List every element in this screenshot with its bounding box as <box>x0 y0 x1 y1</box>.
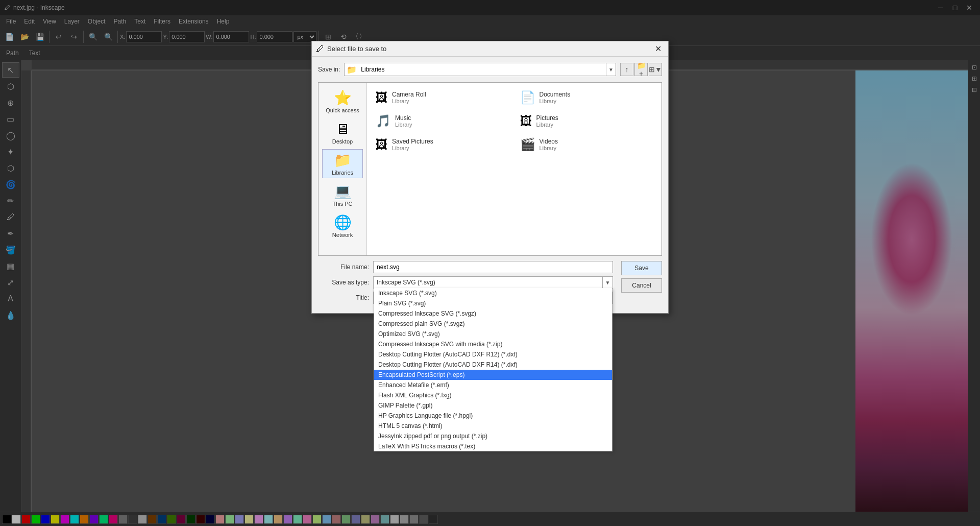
desktop-label: Desktop <box>332 138 353 145</box>
pictures-name: Pictures <box>536 114 558 122</box>
file-panel: 🖼 Camera Roll Library 📄 Documents <box>367 83 662 255</box>
camera-roll-name: Camera Roll <box>392 91 426 98</box>
dropdown-item-13[interactable]: HTML 5 canvas (*.html) <box>374 421 612 431</box>
videos-info: Videos Library <box>540 138 558 151</box>
videos-icon: 🎬 <box>520 137 535 152</box>
desktop-icon: 🖥 <box>335 121 350 137</box>
nav-libraries[interactable]: 📁 Libraries <box>322 149 363 178</box>
dialog-close-button[interactable]: ✕ <box>652 43 664 55</box>
dropdown-item-15[interactable]: LaTeX With PSTricks macros (*.tex) <box>374 441 612 451</box>
dropdown-item-0[interactable]: Inkscape SVG (*.svg) <box>374 288 612 298</box>
network-icon: 🌐 <box>334 214 352 231</box>
dropdown-item-14[interactable]: JessyInk zipped pdf or png output (*.zip… <box>374 431 612 441</box>
dropdown-item-5[interactable]: Compressed Inkscape SVG with media (*.zi… <box>374 339 612 349</box>
save-dialog: 🖊 Select file to save to ✕ Save in: 📁 Li… <box>311 41 669 314</box>
dropdown-item-11[interactable]: GIMP Palette (*.gpl) <box>374 400 612 411</box>
quick-access-icon: ⭐ <box>334 89 352 106</box>
dialog-title-bar: 🖊 Select file to save to ✕ <box>312 41 668 57</box>
network-label: Network <box>332 232 353 238</box>
quick-access-label: Quick access <box>326 107 359 113</box>
saved-pictures-sub: Library <box>392 145 433 151</box>
cancel-button[interactable]: Cancel <box>621 278 662 293</box>
app-window: 🖊 next.jpg - Inkscape ─ □ ✕ File Edit Vi… <box>0 0 980 526</box>
camera-roll-sub: Library <box>392 98 426 104</box>
dialog-action-buttons: Save Cancel <box>621 261 662 293</box>
save-in-action-buttons: ↑ 📁+ ⊞▼ <box>620 63 662 76</box>
libraries-icon: 📁 <box>334 152 352 169</box>
filename-input[interactable] <box>373 261 613 273</box>
this-pc-label: This PC <box>332 201 352 207</box>
savetype-row: Save as type: Inkscape SVG (*.svg) ▼ Ink… <box>318 276 613 289</box>
dropdown-item-4[interactable]: Optimized SVG (*.svg) <box>374 329 612 339</box>
dialog-body: Save in: 📁 Libraries ▼ ↑ 📁+ ⊞▼ <box>312 57 668 313</box>
saved-pictures-icon: 🖼 <box>376 137 388 152</box>
saved-pictures-name: Saved Pictures <box>392 138 433 145</box>
nav-desktop[interactable]: 🖥 Desktop <box>322 118 363 147</box>
dropdown-item-1[interactable]: Plain SVG (*.svg) <box>374 298 612 308</box>
pictures-icon: 🖼 <box>520 114 532 128</box>
savetype-dropdown-list[interactable]: Inkscape SVG (*.svg)Plain SVG (*.svg)Com… <box>374 288 612 451</box>
save-in-label: Save in: <box>318 66 340 73</box>
dropdown-item-6[interactable]: Desktop Cutting Plotter (AutoCAD DXF R12… <box>374 349 612 360</box>
dropdown-item-12[interactable]: HP Graphics Language file (*.hpgl) <box>374 411 612 421</box>
filename-row: File name: <box>318 261 613 273</box>
form-inputs-col: File name: Save as type: Inkscape SVG (*… <box>318 261 613 307</box>
go-up-button[interactable]: ↑ <box>620 63 633 76</box>
documents-info: Documents Library <box>540 91 571 104</box>
file-videos[interactable]: 🎬 Videos Library <box>516 134 658 155</box>
music-sub: Library <box>395 122 412 128</box>
save-file-button[interactable]: Save <box>621 261 662 275</box>
savetype-select[interactable]: Inkscape SVG (*.svg) ▼ Inkscape SVG (*.s… <box>373 276 613 289</box>
dialog-title-text: Select file to save to <box>327 45 652 53</box>
form-rows-with-buttons: File name: Save as type: Inkscape SVG (*… <box>318 261 662 307</box>
file-music[interactable]: 🎵 Music Library <box>371 110 513 132</box>
filename-label: File name: <box>318 264 369 271</box>
dropdown-item-9[interactable]: Enhanced Metafile (*.emf) <box>374 380 612 390</box>
camera-roll-info: Camera Roll Library <box>392 91 426 104</box>
save-in-select[interactable]: 📁 Libraries ▼ <box>344 63 616 76</box>
dialog-overlay: 🖊 Select file to save to ✕ Save in: 📁 Li… <box>0 0 980 526</box>
dropdown-item-7[interactable]: Desktop Cutting Plotter (AutoCAD DXF R14… <box>374 360 612 370</box>
file-documents[interactable]: 📄 Documents Library <box>516 87 658 108</box>
saved-pictures-info: Saved Pictures Library <box>392 138 433 151</box>
create-folder-button[interactable]: 📁+ <box>634 63 648 76</box>
save-in-dropdown-arrow[interactable]: ▼ <box>606 63 616 76</box>
file-grid: 🖼 Camera Roll Library 📄 Documents <box>371 87 657 155</box>
music-name: Music <box>395 114 412 122</box>
savetype-label: Save as type: <box>318 279 369 286</box>
file-saved-pictures[interactable]: 🖼 Saved Pictures Library <box>371 134 513 155</box>
music-icon: 🎵 <box>376 114 391 128</box>
pictures-info: Pictures Library <box>536 114 558 128</box>
videos-name: Videos <box>540 138 558 145</box>
title-label: Title: <box>318 294 369 301</box>
documents-sub: Library <box>540 98 571 104</box>
pictures-sub: Library <box>536 122 558 128</box>
dialog-form: File name: Save as type: Inkscape SVG (*… <box>318 261 662 307</box>
file-pictures[interactable]: 🖼 Pictures Library <box>516 110 658 132</box>
savetype-value: Inkscape SVG (*.svg) <box>374 279 602 286</box>
view-toggle-button[interactable]: ⊞▼ <box>649 63 662 76</box>
libraries-label: Libraries <box>332 170 353 176</box>
nav-panel: ⭐ Quick access 🖥 Desktop 📁 Libraries <box>318 83 367 255</box>
dropdown-item-8[interactable]: Encapsulated PostScript (*.eps) <box>374 370 612 380</box>
videos-sub: Library <box>540 145 558 151</box>
dialog-title-icon: 🖊 <box>316 44 324 54</box>
dialog-panels: ⭐ Quick access 🖥 Desktop 📁 Libraries <box>318 82 662 256</box>
save-in-folder-icon: 📁 <box>345 65 359 75</box>
nav-quick-access[interactable]: ⭐ Quick access <box>322 87 363 116</box>
dropdown-item-3[interactable]: Compressed plain SVG (*.svgz) <box>374 319 612 329</box>
save-in-bar: Save in: 📁 Libraries ▼ ↑ 📁+ ⊞▼ <box>318 63 662 76</box>
camera-roll-icon: 🖼 <box>376 90 388 105</box>
save-in-value: Libraries <box>359 66 606 73</box>
music-info: Music Library <box>395 114 412 128</box>
nav-this-pc[interactable]: 💻 This PC <box>322 180 363 209</box>
documents-icon: 📄 <box>520 90 535 105</box>
nav-network[interactable]: 🌐 Network <box>322 211 363 241</box>
this-pc-icon: 💻 <box>334 183 352 200</box>
savetype-dropdown-arrow[interactable]: ▼ <box>602 277 612 288</box>
file-camera-roll[interactable]: 🖼 Camera Roll Library <box>371 87 513 108</box>
dropdown-item-2[interactable]: Compressed Inkscape SVG (*.svgz) <box>374 308 612 319</box>
documents-name: Documents <box>540 91 571 98</box>
dropdown-item-10[interactable]: Flash XML Graphics (*.fxg) <box>374 390 612 400</box>
